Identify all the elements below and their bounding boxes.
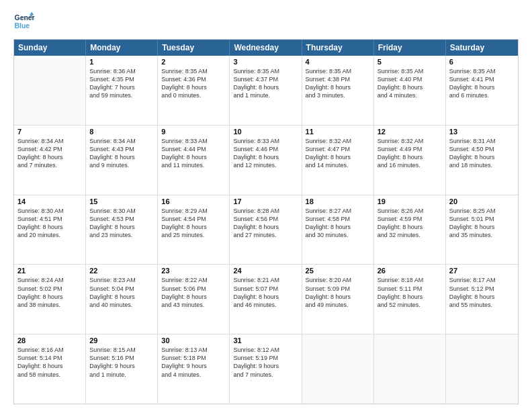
day-info-line: Sunrise: 8:13 AM — [161, 346, 226, 354]
day-info-line: Sunset: 5:18 PM — [161, 354, 226, 362]
day-info-line: Daylight: 8 hours — [17, 293, 82, 301]
calendar-header: SundayMondayTuesdayWednesdayThursdayFrid… — [14, 40, 518, 56]
calendar-day-3: 3Sunrise: 8:35 AMSunset: 4:37 PMDaylight… — [230, 56, 302, 125]
day-info-line: Sunrise: 8:35 AM — [161, 67, 226, 75]
day-number: 13 — [449, 128, 515, 136]
day-number: 16 — [161, 197, 226, 205]
day-info-line: Sunset: 4:51 PM — [17, 215, 82, 223]
day-info-line: and 12 minutes. — [233, 161, 298, 169]
calendar-day-5: 5Sunrise: 8:35 AMSunset: 4:40 PMDaylight… — [374, 56, 446, 125]
day-info-line: Sunrise: 8:29 AM — [161, 207, 226, 215]
day-info-line: and 9 minutes. — [89, 161, 154, 169]
day-info-line: Daylight: 9 hours — [161, 362, 226, 370]
day-info-line: Sunrise: 8:36 AM — [89, 67, 154, 75]
day-info-line: Daylight: 8 hours — [378, 293, 442, 301]
day-info-line: Sunset: 4:59 PM — [378, 215, 442, 223]
day-number: 25 — [306, 267, 370, 275]
day-info-line: Sunset: 5:04 PM — [89, 285, 154, 293]
day-info-line: and 7 minutes. — [17, 161, 82, 169]
day-info-line: Sunrise: 8:21 AM — [233, 276, 298, 284]
day-info-line: and 0 minutes. — [161, 91, 226, 99]
svg-marker-2 — [30, 12, 34, 15]
day-info-line: Sunset: 5:07 PM — [233, 285, 298, 293]
day-info-line: Sunset: 4:38 PM — [306, 75, 370, 83]
day-info-line: Daylight: 8 hours — [89, 223, 154, 231]
day-info-line: and 3 minutes. — [306, 91, 370, 99]
day-info-line: Daylight: 8 hours — [306, 293, 370, 301]
day-number: 30 — [161, 336, 226, 345]
day-info-line: and 7 minutes. — [233, 371, 298, 379]
day-info-line: and 18 minutes. — [449, 161, 515, 169]
day-info-line: and 11 minutes. — [161, 161, 226, 169]
day-info-line: Sunset: 5:19 PM — [233, 354, 298, 362]
day-number: 12 — [378, 128, 442, 136]
day-info-line: Daylight: 8 hours — [161, 223, 226, 231]
day-info-line: Daylight: 8 hours — [89, 293, 154, 301]
day-info-line: Sunset: 4:43 PM — [89, 145, 154, 153]
calendar-day-17: 17Sunrise: 8:28 AMSunset: 4:56 PMDayligh… — [230, 195, 302, 265]
day-number: 4 — [306, 58, 370, 66]
day-info-line: and 1 minute. — [89, 371, 154, 379]
calendar-day-19: 19Sunrise: 8:26 AMSunset: 4:59 PMDayligh… — [374, 195, 446, 265]
day-info-line: and 32 minutes. — [378, 231, 442, 239]
day-info-line: Sunrise: 8:30 AM — [89, 207, 154, 215]
calendar-empty — [302, 334, 374, 404]
day-number: 3 — [233, 58, 298, 66]
day-info-line: Daylight: 8 hours — [449, 83, 515, 91]
calendar-day-8: 8Sunrise: 8:34 AMSunset: 4:43 PMDaylight… — [86, 126, 158, 195]
day-info-line: Daylight: 8 hours — [17, 223, 82, 231]
calendar-day-24: 24Sunrise: 8:21 AMSunset: 5:07 PMDayligh… — [230, 265, 302, 334]
calendar-row-3: 21Sunrise: 8:24 AMSunset: 5:02 PMDayligh… — [14, 264, 518, 334]
calendar-day-1: 1Sunrise: 8:36 AMSunset: 4:35 PMDaylight… — [86, 56, 158, 125]
day-info-line: Sunrise: 8:32 AM — [378, 137, 442, 145]
day-info-line: Daylight: 8 hours — [233, 293, 298, 301]
day-info-line: and 59 minutes. — [89, 91, 154, 99]
day-info-line: Daylight: 8 hours — [89, 153, 154, 161]
page-header: General Blue — [13, 11, 519, 32]
day-info-line: Sunrise: 8:33 AM — [233, 137, 298, 145]
calendar-empty — [446, 334, 518, 404]
calendar-day-26: 26Sunrise: 8:18 AMSunset: 5:11 PMDayligh… — [374, 265, 446, 334]
day-info-line: Sunrise: 8:32 AM — [306, 137, 370, 145]
calendar-day-27: 27Sunrise: 8:17 AMSunset: 5:12 PMDayligh… — [446, 265, 518, 334]
day-info-line: and 40 minutes. — [89, 301, 154, 309]
day-info-line: Sunrise: 8:35 AM — [306, 67, 370, 75]
calendar-day-12: 12Sunrise: 8:32 AMSunset: 4:49 PMDayligh… — [374, 126, 446, 195]
calendar-day-18: 18Sunrise: 8:27 AMSunset: 4:58 PMDayligh… — [302, 195, 374, 265]
day-info-line: Daylight: 7 hours — [89, 83, 154, 91]
day-info-line: and 4 minutes. — [378, 91, 442, 99]
day-info-line: and 58 minutes. — [17, 371, 82, 379]
day-info-line: and 38 minutes. — [17, 301, 82, 309]
day-number: 19 — [378, 197, 442, 205]
day-info-line: Sunset: 4:41 PM — [449, 75, 515, 83]
header-day-sunday: Sunday — [14, 40, 86, 56]
day-info-line: Daylight: 8 hours — [306, 83, 370, 91]
day-info-line: and 30 minutes. — [306, 231, 370, 239]
day-number: 2 — [161, 58, 226, 66]
day-info-line: and 4 minutes. — [161, 371, 226, 379]
day-info-line: Sunset: 4:47 PM — [306, 145, 370, 153]
day-info-line: and 49 minutes. — [306, 301, 370, 309]
day-info-line: and 46 minutes. — [233, 301, 298, 309]
day-info-line: Daylight: 8 hours — [449, 293, 515, 301]
calendar-row-4: 28Sunrise: 8:16 AMSunset: 5:14 PMDayligh… — [14, 334, 518, 404]
day-number: 27 — [449, 267, 515, 275]
header-day-wednesday: Wednesday — [230, 40, 302, 56]
day-number: 22 — [89, 267, 154, 275]
day-info-line: Sunset: 5:01 PM — [449, 215, 515, 223]
day-number: 6 — [449, 58, 515, 66]
day-info-line: and 43 minutes. — [161, 301, 226, 309]
day-number: 31 — [233, 336, 298, 345]
day-info-line: Sunrise: 8:33 AM — [161, 137, 226, 145]
day-info-line: Sunset: 5:02 PM — [17, 285, 82, 293]
calendar-day-30: 30Sunrise: 8:13 AMSunset: 5:18 PMDayligh… — [158, 334, 230, 404]
day-number: 28 — [17, 336, 82, 345]
day-info-line: Sunrise: 8:31 AM — [449, 137, 515, 145]
day-info-line: Sunset: 4:44 PM — [161, 145, 226, 153]
day-number: 8 — [89, 128, 154, 136]
day-info-line: Sunset: 4:50 PM — [449, 145, 515, 153]
day-info-line: Daylight: 8 hours — [306, 153, 370, 161]
day-number: 18 — [306, 197, 370, 205]
day-info-line: Sunrise: 8:16 AM — [17, 346, 82, 354]
day-info-line: and 35 minutes. — [449, 231, 515, 239]
